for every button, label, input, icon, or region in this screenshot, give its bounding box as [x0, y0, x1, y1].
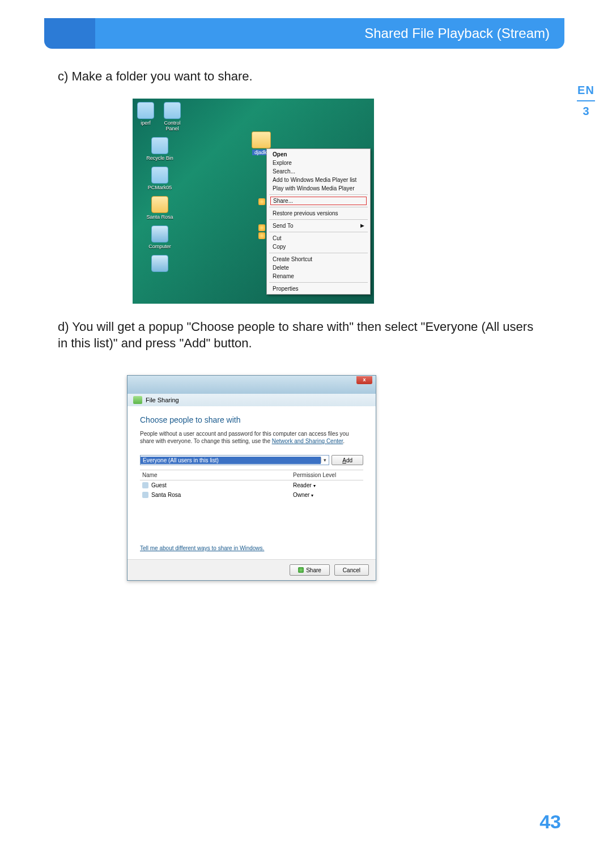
desktop-icon[interactable]: PCMark05 — [137, 167, 182, 190]
menu-cut[interactable]: Cut — [267, 234, 370, 242]
menu-separator — [269, 207, 368, 207]
desktop-icon[interactable]: Santa Rosa — [137, 196, 182, 220]
shield-icon — [298, 567, 304, 573]
menu-separator — [269, 219, 368, 220]
chevron-down-icon[interactable]: ▾ — [321, 457, 329, 463]
step-d-text: d) You will get a popup "Choose people t… — [58, 319, 538, 351]
table-row[interactable]: Santa Rosa Owner▾ — [140, 490, 363, 500]
menu-separator — [269, 253, 368, 253]
folder-icon — [252, 131, 271, 148]
col-name: Name — [142, 472, 293, 478]
desktop-icon[interactable]: iperf — [137, 102, 154, 131]
screenshot-file-sharing-dialog: x File Sharing Choose people to share wi… — [127, 375, 376, 581]
dialog-title: Choose people to share with — [140, 415, 363, 424]
combobox-selection: Everyone (All users in this list) — [141, 457, 321, 464]
permission-dropdown[interactable]: Owner▾ — [293, 492, 361, 498]
add-user-row: Everyone (All users in this list) ▾ AAdd… — [140, 455, 363, 465]
chevron-down-icon: ▾ — [311, 493, 313, 498]
menu-rename[interactable]: Rename — [267, 272, 370, 280]
menu-label: Send To — [273, 223, 294, 229]
menu-share[interactable]: Share... — [270, 197, 367, 205]
menu-restore-versions[interactable]: Restore previous versions — [267, 209, 370, 218]
menu-delete[interactable]: Delete — [267, 263, 370, 272]
menu-separator — [269, 282, 368, 283]
icon-label: Control Panel — [162, 120, 182, 131]
breadcrumb: File Sharing — [128, 394, 376, 406]
help-link[interactable]: Tell me about different ways to share in… — [140, 545, 264, 551]
window-close-button[interactable]: x — [356, 376, 372, 384]
add-button[interactable]: AAdddd — [332, 455, 363, 465]
page-number: 43 — [539, 811, 561, 833]
menu-copy[interactable]: Copy — [267, 242, 370, 251]
desktop-icon-column: iperf Control Panel Recycle Bin PCMark05… — [137, 102, 182, 278]
side-indicator: EN 3 — [577, 84, 595, 118]
shield-icon — [258, 198, 265, 205]
lang-code: EN — [577, 84, 595, 97]
cell-perm: Owner — [293, 492, 309, 498]
step-c-text: c) Make a folder you want to share. — [58, 69, 253, 84]
sharing-icon — [133, 396, 142, 404]
file-icon — [164, 102, 181, 119]
menu-search[interactable]: Search... — [267, 167, 370, 176]
menu-explore[interactable]: Explore — [267, 159, 370, 167]
app-icon — [151, 167, 168, 184]
table-header: Name Permission Level — [140, 470, 363, 480]
breadcrumb-label: File Sharing — [146, 397, 179, 403]
menu-create-shortcut[interactable]: Create Shortcut — [267, 255, 370, 263]
permissions-table: Name Permission Level Guest Reader▾ Sant… — [140, 470, 363, 539]
user-icon — [142, 482, 148, 488]
menu-send-to[interactable]: Send To ▶ — [267, 222, 370, 230]
menu-open[interactable]: Open — [267, 150, 370, 159]
icon-label: Santa Rosa — [146, 214, 173, 220]
desktop-icon[interactable]: Computer — [137, 225, 182, 249]
header-title: Shared File Playback (Stream) — [95, 18, 564, 49]
recycle-bin-icon — [151, 137, 168, 154]
icon-label: Computer — [148, 244, 171, 249]
dialog-footer: Share Cancel — [128, 559, 376, 580]
header-tab — [44, 18, 95, 49]
menu-separator — [269, 194, 368, 195]
icon-label: PCMark05 — [148, 185, 172, 190]
user-icon — [142, 492, 148, 498]
computer-icon — [151, 225, 168, 242]
desktop-icon[interactable] — [137, 255, 182, 272]
page-header: Shared File Playback (Stream) — [44, 18, 564, 49]
menu-separator — [269, 232, 368, 232]
screenshot-desktop: iperf Control Panel Recycle Bin PCMark05… — [133, 99, 374, 304]
icon-label: Recycle Bin — [146, 155, 173, 161]
col-permission: Permission Level — [293, 472, 361, 478]
menu-wmp-add[interactable]: Add to Windows Media Player list — [267, 176, 370, 184]
divider — [577, 100, 595, 101]
cell-name: Santa Rosa — [151, 492, 181, 498]
lock-icon — [258, 232, 265, 239]
context-menu: Open Explore Search... Add to Windows Me… — [266, 148, 371, 295]
menu-properties[interactable]: Properties — [267, 284, 370, 293]
window-titlebar: x — [128, 376, 376, 394]
icon-label: iperf — [141, 120, 151, 126]
share-button[interactable]: Share — [290, 564, 330, 576]
lock-icon — [258, 224, 265, 231]
table-row[interactable]: Guest Reader▾ — [140, 480, 363, 490]
cell-name: Guest — [151, 482, 167, 488]
user-combobox[interactable]: Everyone (All users in this list) ▾ — [140, 455, 329, 465]
cancel-button[interactable]: Cancel — [334, 564, 369, 576]
network-sharing-center-link[interactable]: Network and Sharing Center — [272, 438, 343, 444]
dialog-body: Choose people to share with People witho… — [128, 406, 376, 559]
table-empty-area — [140, 500, 363, 539]
submenu-arrow-icon: ▶ — [360, 223, 364, 229]
cell-perm: Reader — [293, 482, 312, 488]
menu-wmp-play[interactable]: Play with Windows Media Player — [267, 184, 370, 193]
dialog-description: People without a user account and passwo… — [140, 430, 363, 445]
desktop-icon[interactable]: Recycle Bin — [137, 137, 182, 161]
network-icon — [151, 255, 168, 272]
chapter-number: 3 — [577, 105, 595, 118]
button-label: Share — [306, 567, 321, 573]
permission-dropdown[interactable]: Reader▾ — [293, 482, 361, 488]
file-icon — [137, 102, 154, 119]
folder-icon — [151, 196, 168, 213]
desc-text: . — [343, 438, 345, 444]
desktop-icon[interactable]: Control Panel — [162, 102, 182, 131]
chevron-down-icon: ▾ — [313, 483, 316, 488]
